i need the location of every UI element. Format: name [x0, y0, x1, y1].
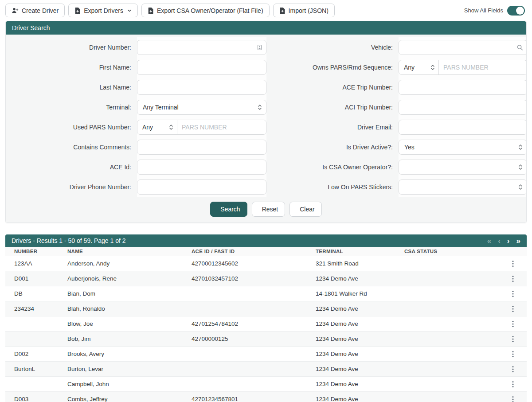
- is-csa-owner-operator-select[interactable]: [399, 160, 527, 175]
- cell-terminal: 321 Smith Road: [316, 260, 404, 267]
- export-drivers-button[interactable]: Export Drivers: [68, 4, 138, 17]
- vehicle-input[interactable]: [399, 40, 527, 55]
- ace-id-label: ACE Id:: [6, 157, 137, 177]
- driver-phone-number-input[interactable]: [137, 180, 266, 195]
- row-actions-menu-button[interactable]: [506, 288, 520, 300]
- is-driver-active-label: Is Driver Active?:: [266, 137, 399, 157]
- cell-number: DB: [14, 290, 67, 297]
- ace-id-control: [137, 157, 266, 177]
- chevron-down-icon: [127, 8, 132, 13]
- search-button[interactable]: Search: [210, 202, 247, 217]
- table-row: 123AAAnderson, Andy42700012345602321 Smi…: [5, 256, 527, 271]
- file-export-icon: [148, 7, 154, 14]
- search-form-right-column: Vehicle:Owns PARS/Rmd Sequence:AnyACE Tr…: [266, 37, 527, 197]
- first-name-label: First Name:: [6, 57, 137, 77]
- search-form-grid: Driver Number:First Name:Last Name:Termi…: [6, 37, 526, 197]
- used-pars-number-mode-select[interactable]: Any: [137, 120, 177, 134]
- terminal-control: Any Terminal: [137, 97, 266, 117]
- cell-name: Combs, Jeffrey: [67, 396, 192, 402]
- row-actions-menu-button[interactable]: [506, 393, 520, 402]
- aci-trip-number-control: [399, 97, 527, 117]
- cell-actions: [506, 348, 527, 360]
- driver-search-form: Driver Number:First Name:Last Name:Termi…: [6, 35, 526, 222]
- driver-number-label: Driver Number:: [6, 37, 137, 57]
- row-actions-menu-button[interactable]: [506, 348, 520, 360]
- row-actions-menu-button[interactable]: [506, 303, 520, 315]
- last-name-input[interactable]: [137, 80, 266, 95]
- aci-trip-number-input[interactable]: [399, 100, 527, 115]
- contains-comments-input[interactable]: [137, 140, 266, 155]
- row-actions-menu-button[interactable]: [506, 378, 520, 390]
- cell-actions: [506, 378, 527, 390]
- show-all-fields-control: Show All Fields: [464, 6, 527, 16]
- chevrons-updown-icon: [169, 124, 173, 130]
- ace-trip-number-input[interactable]: [399, 80, 527, 95]
- driver-search-panel: Driver Search Driver Number:First Name:L…: [5, 21, 527, 223]
- owns-pars-rmd-sequence-input[interactable]: [439, 60, 527, 74]
- driver-number-input[interactable]: [137, 40, 266, 55]
- terminal-label: Terminal:: [6, 97, 137, 117]
- id-card-icon: [257, 44, 262, 51]
- column-header-terminal: TERMINAL: [316, 249, 404, 254]
- contains-comments-control: [137, 137, 266, 157]
- show-all-fields-toggle[interactable]: [507, 6, 525, 16]
- is-driver-active-select[interactable]: Yes: [399, 140, 527, 155]
- used-pars-number-group: Any: [137, 120, 266, 135]
- is-driver-active-control: Yes: [399, 137, 527, 157]
- import-json-button[interactable]: Import (JSON): [273, 4, 335, 17]
- row-actions-menu-button[interactable]: [506, 363, 520, 375]
- terminal-select[interactable]: Any Terminal: [137, 100, 266, 115]
- search-actions: Search Reset Clear: [6, 197, 526, 222]
- cell-terminal: 1234 Demo Ave: [316, 336, 404, 342]
- low-on-pars-stickers-label: Low On PARS Stickers:: [266, 177, 399, 197]
- create-driver-button[interactable]: Create Driver: [5, 4, 65, 17]
- chevrons-updown-icon: [518, 144, 523, 150]
- low-on-pars-stickers-select[interactable]: [399, 180, 527, 195]
- cell-number: D001: [14, 275, 67, 282]
- vehicle-label: Vehicle:: [266, 37, 399, 57]
- drivers-results-panel: Drivers - Results 1 - 50 of 59. Page 1 o…: [5, 234, 527, 402]
- used-pars-number-mode-value: Any: [142, 124, 153, 131]
- chevrons-updown-icon: [430, 64, 435, 70]
- ace-trip-number-control: [399, 77, 527, 97]
- kebab-icon: [512, 351, 514, 358]
- is-csa-owner-operator-control: [399, 157, 527, 177]
- cell-name: Burton, Levar: [67, 366, 192, 372]
- row-actions-menu-button[interactable]: [506, 318, 520, 330]
- kebab-icon: [512, 305, 514, 312]
- previous-page-button[interactable]: ‹: [498, 237, 501, 245]
- row-actions-menu-button[interactable]: [506, 333, 520, 345]
- first-name-control: [137, 57, 266, 77]
- owns-pars-rmd-sequence-mode-select[interactable]: Any: [399, 60, 439, 74]
- owns-pars-rmd-sequence-label: Owns PARS/Rmd Sequence:: [266, 57, 399, 77]
- vehicle-control: [399, 37, 527, 57]
- reset-button[interactable]: Reset: [252, 202, 286, 217]
- cell-actions: [506, 363, 527, 375]
- next-page-button[interactable]: ›: [507, 237, 510, 245]
- first-page-button[interactable]: «: [487, 237, 491, 245]
- kebab-icon: [512, 396, 514, 402]
- ace-id-input[interactable]: [137, 160, 266, 175]
- export-csa-owner-operator-flat-file-button[interactable]: Export CSA Owner/Operator (Flat File): [141, 4, 270, 17]
- cell-actions: [506, 288, 527, 300]
- driver-management-page: Create DriverExport DriversExport CSA Ow…: [0, 0, 532, 402]
- table-row: Campbell, John1234 Demo Ave: [5, 377, 527, 392]
- cell-ace-id: 42700000125: [192, 336, 316, 342]
- driver-phone-number-label: Driver Phone Number:: [6, 177, 137, 197]
- used-pars-number-input[interactable]: [177, 120, 266, 134]
- column-header-csa-status: CSA STATUS: [404, 249, 506, 254]
- driver-search-title: Driver Search: [12, 24, 50, 31]
- driver-number-control: [137, 37, 266, 57]
- cell-terminal: 1234 Demo Ave: [316, 351, 404, 357]
- chevrons-updown-icon: [518, 184, 523, 190]
- first-name-input[interactable]: [137, 60, 266, 75]
- driver-email-input[interactable]: [399, 120, 527, 135]
- row-actions-menu-button[interactable]: [506, 273, 520, 285]
- results-header: Drivers - Results 1 - 50 of 59. Page 1 o…: [5, 234, 527, 247]
- contains-comments-label: Contains Comments:: [6, 137, 137, 157]
- last-page-button[interactable]: »: [516, 237, 520, 245]
- ace-trip-number-label: ACE Trip Number:: [266, 77, 399, 97]
- cell-ace-id: 42701032457102: [192, 275, 316, 282]
- row-actions-menu-button[interactable]: [506, 258, 520, 270]
- clear-button[interactable]: Clear: [289, 202, 321, 217]
